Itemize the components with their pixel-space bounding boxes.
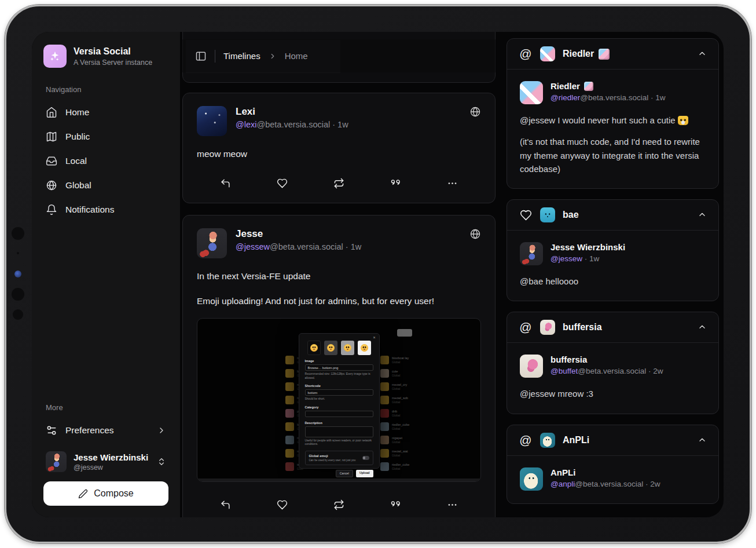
field-help: Useful for people with screen readers, o… [305,439,373,447]
divider [215,50,215,63]
account-switcher[interactable]: Jesse Wierzbinski @jessew [46,451,166,472]
sidebar-toggle-button[interactable] [195,50,207,62]
post-author-name[interactable]: Lexi [236,106,461,118]
notif-content: @jessew mreow :3 [520,387,706,400]
more-button[interactable] [447,499,458,510]
like-icon [519,209,533,221]
cube-emoji [584,82,593,91]
reply-button[interactable] [220,499,231,510]
app-subtitle: A Versia Server instance [74,59,152,67]
handle-user[interactable]: @jessew [236,242,270,251]
avatar [46,451,67,472]
chevron-up-icon [698,436,707,445]
upload-button: Upload [356,470,373,477]
category-input [305,411,373,417]
chevron-right-icon [269,52,277,60]
sidebar-item-label: Notifications [65,204,114,215]
notif-timestamp: · 1w [585,254,600,263]
notification-header[interactable]: @ buffersia [507,312,718,343]
collapse-button[interactable] [698,49,707,59]
breadcrumb-section[interactable]: Timelines [223,51,260,61]
sidebar-item-label: Home [65,107,89,118]
handle-user[interactable]: @jessew [551,254,582,263]
notif-content: @bae helloooo [520,275,706,288]
post-author-handle: @jessew@beta.versia.social · 1w [236,242,461,251]
post-lexi[interactable]: Lexi @lexi@beta.versia.social · 1w meow … [182,93,496,203]
post-content: meow meow [197,148,481,160]
avatar[interactable] [520,355,543,378]
notif-author-name[interactable]: Jesse Wierzbinski [551,242,625,252]
field-label: Shortcode [305,384,373,388]
preferences-label: Preferences [65,425,149,436]
notification-header[interactable]: @ Riedler [507,39,718,70]
collapse-button[interactable] [698,436,707,445]
like-button[interactable] [277,499,288,510]
notification-buffersia: @ buffersia buffersia @buffet@beta.versi… [507,312,719,414]
avatar[interactable] [197,228,227,258]
quote-button[interactable] [390,499,401,510]
post-timestamp: · 1w [346,242,361,251]
notif-author-name[interactable]: Riedler [551,81,580,91]
post-jesse[interactable]: Jesse @jessew@beta.versia.social · 1w In… [182,215,496,517]
bezel-camera-dot [12,288,24,301]
field-help: Should be short. [305,397,373,401]
notif-timestamp: · 2w [648,367,663,375]
tablet-frame: Versia Social A Versia Server instance N… [5,5,751,543]
notif-author-name[interactable]: buffersia [551,355,587,364]
more-button[interactable] [447,178,458,189]
notif-author-name[interactable]: AnPLi [551,467,575,477]
breadcrumb-page[interactable]: Home [285,51,308,61]
field-label: Category [305,405,373,409]
screenshot-bottom-bar [197,478,480,481]
chevron-right-icon [157,426,166,435]
avatar [540,320,555,335]
repost-button[interactable] [333,178,344,189]
screenshot-upload-dialog: × Image Browse… bottom.png Recommended s… [299,333,380,469]
shortcode-input: bottom [305,389,373,396]
brand[interactable]: Versia Social A Versia Server instance [43,45,168,68]
sidebar-item-global[interactable]: Global [43,175,168,196]
notif-author-handle: @riedler@beta.versia.social · 1w [551,93,666,102]
notif-content: (it's not that much code, and I'd need t… [520,135,706,176]
collapse-button[interactable] [698,210,707,220]
pleading-emoji [361,344,368,352]
like-button[interactable] [277,178,288,189]
sidebar-item-label: Public [65,131,90,142]
chevron-up-icon [698,323,707,332]
sidebar-item-notifications[interactable]: Notifications [43,199,168,220]
notification-header[interactable]: bae [507,200,718,231]
bezel-sensor-dot [17,252,19,254]
post-author-name[interactable]: Jesse [236,228,461,240]
sidebar-item-public[interactable]: Public [43,126,168,147]
post-content: Emoji uploading! And not just for admins… [197,295,481,308]
screenshot-button-ghost [397,329,412,337]
quote-button[interactable] [390,178,401,189]
notification-header[interactable]: @ AnPLi [507,425,718,456]
sidebar-item-local[interactable]: Local [43,151,168,171]
sidebar-item-home[interactable]: Home [43,102,168,123]
repost-button[interactable] [333,499,344,510]
avatar[interactable] [197,106,227,136]
avatar[interactable] [520,467,543,491]
post-attachment-image[interactable]: meowGlob bloobGlob meowlGlob meowlGlob p… [197,318,481,482]
bezel-camera-dot [12,227,24,240]
sidebar-item-preferences[interactable]: Preferences [43,420,168,441]
toggle-switch [362,456,369,460]
handle-user[interactable]: @riedler [551,93,580,102]
description-textarea [305,426,373,437]
handle-user[interactable]: @buffet [551,367,578,375]
nav-section-label: Navigation [46,85,166,94]
notif-author-handle: @jessew · 1w [551,254,625,263]
avatar[interactable] [520,81,543,104]
avatar [540,433,555,448]
avatar[interactable] [520,242,543,265]
sidebar: Versia Social A Versia Server instance N… [32,32,180,517]
collapse-button[interactable] [698,323,707,332]
handle-user[interactable]: @anpli [551,480,575,488]
handle-user[interactable]: @lexi [236,120,256,129]
compose-button[interactable]: Compose [43,481,168,506]
post-timestamp: · 1w [332,120,348,129]
reply-button[interactable] [220,178,231,189]
account-handle: @jessew [74,463,150,472]
app-logo-icon [43,45,67,68]
